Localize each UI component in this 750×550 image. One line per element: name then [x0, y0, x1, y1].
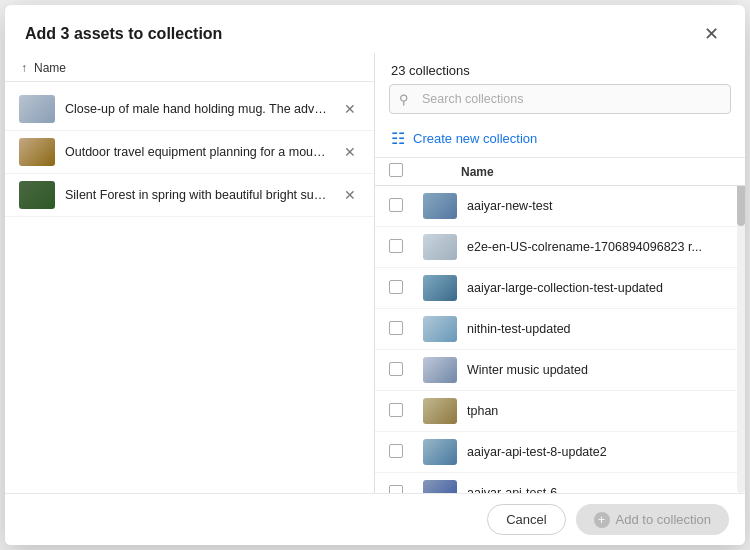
collection-row[interactable]: aaiyar-large-collection-test-updated — [375, 268, 745, 309]
collection-thumbnail — [423, 275, 457, 301]
add-icon: + — [594, 512, 610, 528]
scrollbar[interactable] — [737, 158, 745, 493]
collection-row[interactable]: aaiyar-new-test — [375, 186, 745, 227]
search-icon: ⚲ — [399, 92, 409, 107]
create-collection-label: Create new collection — [413, 131, 537, 146]
add-to-collection-button[interactable]: + Add to collection — [576, 504, 729, 535]
asset-item: Silent Forest in spring with beautiful b… — [5, 174, 374, 217]
collection-thumbnail — [423, 316, 457, 342]
cancel-button[interactable]: Cancel — [487, 504, 565, 535]
collection-checkbox[interactable] — [389, 362, 403, 376]
collection-rows: aaiyar-new-test e2e-en-US-colrename-1706… — [375, 186, 745, 493]
asset-item: Close-up of male hand holding mug. The a… — [5, 88, 374, 131]
left-panel: ↑ Name Close-up of male hand holding mug… — [5, 53, 375, 493]
collection-name: Winter music updated — [457, 363, 731, 377]
collection-checkbox[interactable] — [389, 198, 403, 212]
asset-name: Silent Forest in spring with beautiful b… — [65, 188, 330, 202]
collection-name: aaiyar-new-test — [457, 199, 731, 213]
search-input[interactable] — [389, 84, 731, 114]
sort-icon: ↑ — [21, 61, 27, 75]
remove-asset-button[interactable]: ✕ — [340, 185, 360, 205]
close-button[interactable]: ✕ — [698, 23, 725, 45]
collection-row[interactable]: aaiyar-api-test-8-update2 — [375, 432, 745, 473]
create-collection-icon: ☷ — [391, 129, 405, 148]
collection-checkbox[interactable] — [389, 485, 403, 494]
collection-name: aaiyar-api-test-8-update2 — [457, 445, 731, 459]
remove-asset-button[interactable]: ✕ — [340, 142, 360, 162]
asset-item: Outdoor travel equipment planning for a … — [5, 131, 374, 174]
create-collection-button[interactable]: ☷ Create new collection — [375, 120, 745, 158]
modal-header: Add 3 assets to collection ✕ — [5, 5, 745, 53]
collection-name: aaiyar-large-collection-test-updated — [457, 281, 731, 295]
right-panel-header: 23 collections — [375, 53, 745, 84]
select-all-checkbox[interactable] — [389, 163, 403, 177]
collection-row[interactable]: e2e-en-US-colrename-1706894096823 r... — [375, 227, 745, 268]
asset-thumbnail — [19, 181, 55, 209]
collection-row[interactable]: aaiyar-api-test-6 — [375, 473, 745, 493]
collection-thumbnail — [423, 357, 457, 383]
collection-thumbnail — [423, 398, 457, 424]
search-bar: ⚲ — [389, 84, 731, 114]
collection-thumbnail — [423, 234, 457, 260]
collection-checkbox[interactable] — [389, 239, 403, 253]
table-header: Name — [375, 158, 745, 186]
asset-thumbnail — [19, 138, 55, 166]
right-panel: 23 collections ⚲ ☷ Create new collection… — [375, 53, 745, 493]
add-button-label: Add to collection — [616, 512, 711, 527]
collection-thumbnail — [423, 439, 457, 465]
collection-row[interactable]: Winter music updated — [375, 350, 745, 391]
modal-footer: Cancel + Add to collection — [5, 493, 745, 545]
asset-thumbnail — [19, 95, 55, 123]
collection-checkbox[interactable] — [389, 321, 403, 335]
left-panel-header: ↑ Name — [5, 53, 374, 82]
asset-name: Close-up of male hand holding mug. The a… — [65, 102, 330, 116]
collection-row[interactable]: nithin-test-updated — [375, 309, 745, 350]
asset-name: Outdoor travel equipment planning for a … — [65, 145, 330, 159]
collections-count: 23 collections — [391, 63, 470, 78]
collection-name: e2e-en-US-colrename-1706894096823 r... — [457, 240, 731, 254]
collection-name: aaiyar-api-test-6 — [457, 486, 731, 493]
name-header: Name — [455, 165, 731, 179]
collection-thumbnail — [423, 193, 457, 219]
modal: Add 3 assets to collection ✕ ↑ Name Clos… — [5, 5, 745, 545]
modal-title: Add 3 assets to collection — [25, 25, 222, 43]
modal-body: ↑ Name Close-up of male hand holding mug… — [5, 53, 745, 493]
collection-name: nithin-test-updated — [457, 322, 731, 336]
collection-row[interactable]: tphan — [375, 391, 745, 432]
asset-list: Close-up of male hand holding mug. The a… — [5, 82, 374, 481]
name-column-label: Name — [34, 61, 66, 75]
collection-thumbnail — [423, 480, 457, 493]
collection-checkbox[interactable] — [389, 280, 403, 294]
collections-table: Name aaiyar-new-test e2e-en-US-colrename… — [375, 158, 745, 493]
collection-name: tphan — [457, 404, 731, 418]
collection-checkbox[interactable] — [389, 403, 403, 417]
remove-asset-button[interactable]: ✕ — [340, 99, 360, 119]
collection-checkbox[interactable] — [389, 444, 403, 458]
